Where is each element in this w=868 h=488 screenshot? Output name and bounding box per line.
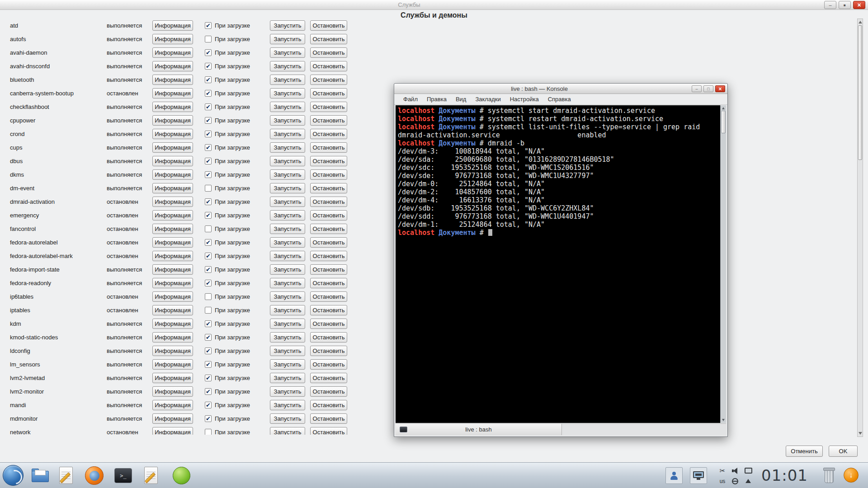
- onboot-checkbox[interactable]: [205, 402, 212, 408]
- volume-icon[interactable]: [732, 468, 739, 474]
- info-button[interactable]: Информация: [152, 169, 193, 180]
- info-button[interactable]: Информация: [152, 305, 193, 315]
- stop-button[interactable]: Остановить: [310, 20, 347, 31]
- info-button[interactable]: Информация: [152, 251, 193, 261]
- info-button[interactable]: Информация: [152, 373, 193, 383]
- info-button[interactable]: Информация: [152, 88, 193, 99]
- info-button[interactable]: Информация: [152, 20, 193, 31]
- onboot-checkbox[interactable]: [205, 225, 212, 232]
- start-button[interactable]: Запустить: [270, 20, 305, 31]
- start-button[interactable]: Запустить: [270, 373, 305, 383]
- start-button[interactable]: Запустить: [270, 237, 305, 248]
- info-button[interactable]: Информация: [152, 224, 193, 234]
- minimize-icon[interactable]: [824, 1, 836, 9]
- stop-button[interactable]: Остановить: [310, 169, 347, 180]
- stop-button[interactable]: Остановить: [310, 346, 347, 356]
- konsole-menu-item-0[interactable]: Файл: [399, 96, 422, 103]
- stop-button[interactable]: Остановить: [310, 413, 347, 424]
- scroll-up-icon[interactable]: [722, 107, 725, 109]
- konsole-menu-item-2[interactable]: Вид: [451, 96, 471, 103]
- updates-icon[interactable]: [844, 468, 859, 483]
- onboot-checkbox[interactable]: [205, 198, 212, 205]
- terminal-tab[interactable]: live : bash: [396, 424, 562, 435]
- onboot-checkbox[interactable]: [205, 266, 212, 273]
- maximize-icon[interactable]: [703, 85, 713, 92]
- onboot-checkbox[interactable]: [205, 253, 212, 259]
- stop-button[interactable]: Остановить: [310, 319, 347, 329]
- stop-button[interactable]: Остановить: [310, 291, 347, 302]
- onboot-checkbox[interactable]: [205, 375, 212, 381]
- start-button[interactable]: Запустить: [270, 142, 305, 153]
- onboot-checkbox[interactable]: [205, 239, 212, 246]
- scrollbar-thumb[interactable]: [858, 25, 862, 160]
- stop-button[interactable]: Остановить: [310, 102, 347, 112]
- stop-button[interactable]: Остановить: [310, 197, 347, 207]
- file-manager-icon[interactable]: [32, 469, 49, 482]
- firefox-icon[interactable]: [85, 466, 104, 485]
- start-button[interactable]: Запустить: [270, 197, 305, 207]
- start-button[interactable]: Запустить: [270, 346, 305, 356]
- terminal-scrollbar[interactable]: [720, 105, 726, 423]
- start-button[interactable]: Запустить: [270, 129, 305, 139]
- onboot-checkbox[interactable]: [205, 388, 212, 395]
- scrollbar-thumb[interactable]: [721, 111, 726, 133]
- stop-button[interactable]: Остановить: [310, 359, 347, 370]
- start-button[interactable]: Запустить: [270, 156, 305, 166]
- scroll-up-icon[interactable]: [859, 20, 862, 23]
- onboot-checkbox[interactable]: [205, 36, 212, 42]
- stop-button[interactable]: Остановить: [310, 156, 347, 166]
- app-launcher-icon[interactable]: [3, 465, 24, 486]
- onboot-checkbox[interactable]: [205, 429, 212, 435]
- info-button[interactable]: Информация: [152, 413, 193, 424]
- stop-button[interactable]: Остановить: [310, 400, 347, 410]
- onboot-checkbox[interactable]: [205, 171, 212, 178]
- info-button[interactable]: Информация: [152, 129, 193, 139]
- info-button[interactable]: Информация: [152, 386, 193, 397]
- onboot-checkbox[interactable]: [205, 361, 212, 368]
- onboot-checkbox[interactable]: [205, 320, 212, 327]
- onboot-checkbox[interactable]: [205, 90, 212, 97]
- onboot-checkbox[interactable]: [205, 144, 212, 151]
- konsole-menu-item-4[interactable]: Настройка: [505, 96, 543, 103]
- onboot-checkbox[interactable]: [205, 334, 212, 341]
- info-button[interactable]: Информация: [152, 278, 193, 288]
- info-button[interactable]: Информация: [152, 332, 193, 343]
- info-button[interactable]: Информация: [152, 156, 193, 166]
- info-button[interactable]: Информация: [152, 237, 193, 248]
- start-button[interactable]: Запустить: [270, 319, 305, 329]
- onboot-checkbox[interactable]: [205, 49, 212, 56]
- stop-button[interactable]: Остановить: [310, 47, 347, 58]
- info-button[interactable]: Информация: [152, 319, 193, 329]
- start-button[interactable]: Запустить: [270, 169, 305, 180]
- onboot-checkbox[interactable]: [205, 280, 212, 286]
- info-button[interactable]: Информация: [152, 264, 193, 275]
- start-button[interactable]: Запустить: [270, 61, 305, 71]
- start-button[interactable]: Запустить: [270, 386, 305, 397]
- konsole-titlebar[interactable]: live : bash — Konsole: [394, 84, 727, 94]
- onboot-checkbox[interactable]: [205, 347, 212, 354]
- info-button[interactable]: Информация: [152, 47, 193, 58]
- onboot-checkbox[interactable]: [205, 117, 212, 124]
- stop-button[interactable]: Остановить: [310, 278, 347, 288]
- services-scrollbar[interactable]: [857, 19, 863, 437]
- start-button[interactable]: Запустить: [270, 332, 305, 343]
- stop-button[interactable]: Остановить: [310, 142, 347, 153]
- tray-display-applet[interactable]: [690, 467, 707, 484]
- onboot-checkbox[interactable]: [205, 63, 212, 70]
- konsole-menu-item-5[interactable]: Справка: [543, 96, 576, 103]
- stop-button[interactable]: Остановить: [310, 264, 347, 275]
- trash-icon[interactable]: [823, 468, 835, 483]
- stop-button[interactable]: Остановить: [310, 61, 347, 71]
- stop-button[interactable]: Остановить: [310, 88, 347, 99]
- info-button[interactable]: Информация: [152, 142, 193, 153]
- start-button[interactable]: Запустить: [270, 47, 305, 58]
- info-button[interactable]: Информация: [152, 34, 193, 44]
- stop-button[interactable]: Остановить: [310, 305, 347, 315]
- stop-button[interactable]: Остановить: [310, 427, 347, 435]
- stop-button[interactable]: Остановить: [310, 210, 347, 221]
- info-button[interactable]: Информация: [152, 359, 193, 370]
- start-button[interactable]: Запустить: [270, 278, 305, 288]
- start-button[interactable]: Запустить: [270, 305, 305, 315]
- info-button[interactable]: Информация: [152, 61, 193, 71]
- clock[interactable]: 01:01: [761, 466, 808, 484]
